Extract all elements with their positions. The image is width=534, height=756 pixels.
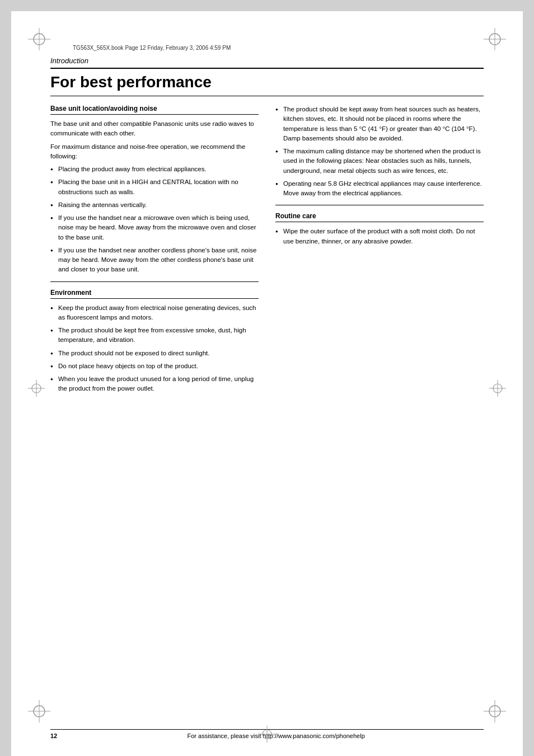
corner-mark-tl [28,28,50,50]
page: TG563X_565X.book Page 12 Friday, Februar… [11,11,523,756]
list-item: Placing the product away from electrical… [50,165,259,174]
list-item: The maximum calling distance may be shor… [275,147,484,176]
list-item: If you use the handset near another cord… [50,246,259,275]
list-item: Do not place heavy objects on top of the… [50,361,259,371]
file-info-text: TG563X_565X.book Page 12 Friday, Februar… [73,45,231,51]
routine-care-bullet-list: Wipe the outer surface of the product wi… [275,227,484,246]
footer-assistance-text: For assistance, please visit http://www.… [68,732,484,739]
content-area: Base unit location/avoiding noise The ba… [50,105,484,397]
environment-bullet-list: Keep the product away from electrical no… [50,303,259,394]
side-mark-left [28,380,45,399]
list-item: Placing the base unit in a HIGH and CENT… [50,177,259,197]
list-item: The product should be kept away from hea… [275,105,484,143]
base-unit-intro-2: For maximum distance and noise-free oper… [50,142,259,162]
list-item: Wipe the outer surface of the product wi… [275,227,484,246]
list-item: Keep the product away from electrical no… [50,303,259,323]
section-title: Introduction [50,57,484,65]
corner-mark-bl [28,700,50,722]
base-unit-bullet-list: Placing the product away from electrical… [50,165,259,275]
right-column: The product should be kept away from hea… [275,105,484,397]
left-column: Base unit location/avoiding noise The ba… [50,105,259,397]
list-item: The product should be kept free from exc… [50,326,259,345]
environment-heading: Environment [50,289,259,299]
base-unit-intro-1: The base unit and other compatible Panas… [50,119,259,139]
corner-mark-tr [484,28,506,50]
divider [50,281,259,282]
page-heading: For best performance [50,68,484,96]
list-item: If you use the handset near a microwave … [50,213,259,242]
corner-mark-br [484,700,506,722]
page-number: 12 [50,732,57,739]
routine-care-heading: Routine care [275,212,484,222]
base-unit-heading: Base unit location/avoiding noise [50,105,259,115]
divider-right [275,205,484,205]
list-item: When you leave the product unused for a … [50,374,259,394]
list-item: Operating near 5.8 GHz electrical applia… [275,179,484,199]
file-info: TG563X_565X.book Page 12 Friday, Februar… [50,45,484,51]
center-bottom-mark [259,726,275,745]
side-mark-right [489,380,506,399]
heat-bullet-list: The product should be kept away from hea… [275,105,484,198]
list-item: Raising the antennas vertically. [50,200,259,210]
list-item: The product should not be exposed to dir… [50,349,259,358]
